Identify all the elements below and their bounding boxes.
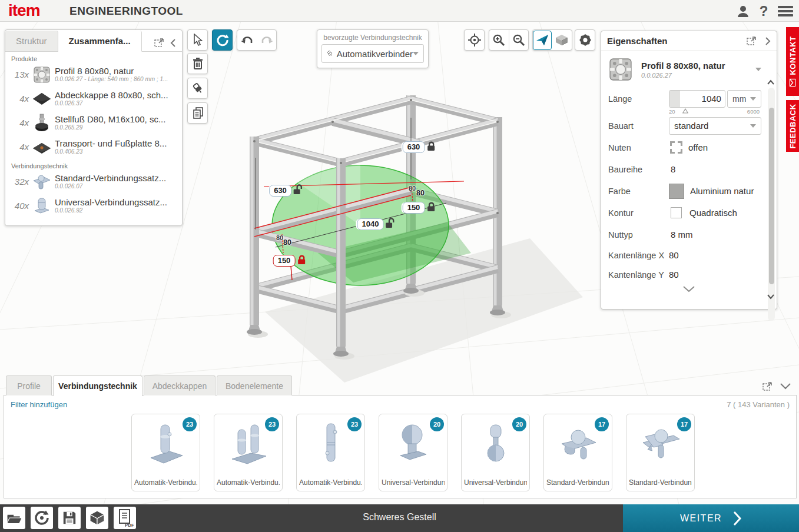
laenge-label: Länge: [608, 94, 669, 104]
foot-icon: [29, 112, 55, 134]
catalog-card[interactable]: 23 Automatik-Verbindu...: [131, 414, 200, 491]
wireframe-view-button[interactable]: [533, 31, 552, 50]
footer-bar: PDF Schweres Gestell WEITER: [0, 504, 799, 532]
scroll-up-icon[interactable]: [767, 79, 774, 85]
kantenlaenge-y-label: Kantenlänge Y: [608, 270, 669, 280]
catalog-card[interactable]: 23 Automatik-Verbindu...: [296, 414, 365, 491]
view-settings-button[interactable]: [575, 29, 595, 51]
pdf-document-icon: PDF: [116, 508, 134, 527]
item-quantity: 4x: [5, 142, 29, 152]
zoom-in-button[interactable]: [489, 30, 509, 50]
scrollbar-thumb[interactable]: [769, 108, 774, 284]
solid-view-button[interactable]: [552, 30, 571, 50]
history-icon: [34, 510, 50, 526]
catalog-card[interactable]: 23 Automatik-Verbindu...: [214, 414, 283, 491]
item-name: Stellfuß D80, M16x100, sc...: [55, 115, 182, 125]
selected-product-row[interactable]: Profil 8 80x80, natur 0.0.026.27: [601, 51, 777, 87]
tab-bodenelemente[interactable]: Bodenelemente: [217, 375, 292, 395]
save-button[interactable]: [58, 507, 81, 529]
delete-button[interactable]: [187, 53, 208, 74]
weiter-button[interactable]: WEITER: [623, 504, 799, 532]
profile-cross-section-icon: [607, 56, 634, 83]
catalog-card[interactable]: 17 Standard-Verbindun...: [543, 414, 612, 491]
catalog-card[interactable]: 20 Universal-Verbindun...: [461, 414, 530, 491]
kantenlaenge-y-row: Kantenlänge Y 80: [601, 265, 777, 284]
copy-button[interactable]: [187, 102, 208, 124]
dimension-label-150-locked[interactable]: 150: [273, 255, 307, 267]
list-item-abdeckkappe[interactable]: 4x Abdeckkappe 8 80x80, sch... 0.0.026.3…: [5, 87, 182, 111]
restore-button[interactable]: [31, 507, 53, 529]
fit-view-button[interactable]: [464, 29, 485, 51]
redo-button[interactable]: [257, 30, 276, 50]
tab-zusammenfassung[interactable]: Zusammenfa...: [58, 31, 142, 52]
properties-scrollbar[interactable]: [768, 88, 775, 321]
color-swatch[interactable]: [669, 184, 684, 199]
properties-header: Eigenschaften: [601, 31, 777, 51]
baureihe-label: Baureihe: [608, 165, 669, 174]
preferred-connection-label: bevorzugte Verbindungstechnik: [317, 34, 428, 42]
open-project-button[interactable]: [3, 507, 25, 529]
undo-button[interactable]: [237, 30, 257, 50]
dimension-label-80: 80: [276, 234, 283, 241]
list-item-profil[interactable]: 13x Profil 8 80x80, natur 0.0.026.27 - L…: [5, 62, 182, 87]
scroll-down-icon[interactable]: [767, 294, 774, 300]
tab-verbindungstechnik[interactable]: Verbindungstechnik: [53, 375, 142, 396]
popout-icon[interactable]: [747, 36, 757, 46]
slider-marker-icon[interactable]: [682, 108, 688, 114]
card-label: Standard-Verbindun...: [546, 478, 609, 487]
chevron-down-icon[interactable]: [755, 68, 761, 71]
dimension-label-1040[interactable]: 1040: [357, 218, 397, 230]
item-detail: 0.0.026.07: [55, 183, 182, 189]
dimension-label-630-top[interactable]: 630: [403, 141, 436, 153]
popout-icon[interactable]: [154, 38, 164, 48]
tab-profile[interactable]: Profile: [6, 375, 52, 395]
bauart-select[interactable]: standard: [669, 117, 761, 135]
select-tool-button[interactable]: [187, 29, 208, 51]
collapse-right-icon[interactable]: [765, 36, 771, 46]
kontakt-tab[interactable]: KONTAKT: [786, 27, 799, 96]
laenge-input[interactable]: 1040: [669, 90, 725, 108]
connector-tool-button[interactable]: [187, 78, 208, 99]
rotate-tool-button[interactable]: [212, 29, 233, 51]
list-item-universal-verbindungssatz[interactable]: 40x Universal-Verbindungssatz... 0.0.026…: [5, 194, 182, 218]
user-icon[interactable]: [734, 3, 752, 19]
collapse-left-icon[interactable]: [170, 38, 176, 48]
tab-abdeckkappen[interactable]: Abdeckkappen: [144, 375, 216, 395]
catalog-card[interactable]: 20 Universal-Verbindun...: [379, 414, 447, 491]
copy-documents-icon: [191, 107, 204, 119]
filter-add-link[interactable]: Filter hinzufügen: [11, 400, 67, 409]
kantenlaenge-x-value: 80: [669, 250, 679, 260]
list-item-stellfuss[interactable]: 4x Stellfuß D80, M16x100, sc... 0.0.265.…: [5, 111, 182, 135]
export-pdf-button[interactable]: PDF: [114, 507, 136, 529]
catalog-card[interactable]: 17 Standard-Verbindun...: [626, 414, 695, 491]
item-logo[interactable]: item: [8, 1, 40, 20]
feedback-tab[interactable]: FEEDBACK: [786, 100, 799, 152]
item-name: Universal-Verbindungssatz...: [55, 198, 182, 208]
expand-more-icon[interactable]: [682, 285, 695, 292]
collapse-panel-icon[interactable]: [780, 383, 791, 390]
square-contour-icon[interactable]: [671, 207, 682, 218]
preferred-connection-select[interactable]: Automatikverbinder: [321, 44, 424, 63]
bauart-row: Bauart standard: [601, 115, 777, 137]
menu-icon[interactable]: [777, 3, 794, 19]
item-detail: 0.0.406.23: [55, 148, 182, 155]
preferred-connection-value: Automatikverbinder: [337, 49, 413, 59]
zoom-out-button[interactable]: [509, 30, 529, 50]
dimension-label-630-left[interactable]: 630: [269, 185, 304, 197]
nuten-value: offen: [688, 142, 708, 152]
laenge-unit-select[interactable]: mm: [727, 90, 761, 108]
tab-struktur[interactable]: Struktur: [5, 31, 58, 51]
item-name: Abdeckkappe 8 80x80, sch...: [55, 91, 182, 101]
export-3d-button[interactable]: [86, 507, 108, 529]
connector-universal-icon: [29, 195, 55, 217]
product-name: Profil 8 80x80, natur: [641, 61, 755, 71]
list-item-standard-verbindungssatz[interactable]: 32x Standard-Verbindungssatz... 0.0.026.…: [5, 169, 182, 194]
verbindung-section-title: Verbindungstechnik: [11, 162, 182, 169]
nuten-open-icon[interactable]: [669, 140, 684, 155]
item-quantity: 32x: [5, 177, 29, 187]
dimension-label-150-right[interactable]: 150: [403, 202, 436, 214]
list-item-fussplatte[interactable]: 4x Transport- und Fußplatte 8... 0.0.406…: [5, 135, 182, 159]
dimension-value: 150: [403, 202, 425, 214]
help-icon[interactable]: ?: [755, 3, 773, 19]
popout-icon[interactable]: [762, 381, 773, 391]
